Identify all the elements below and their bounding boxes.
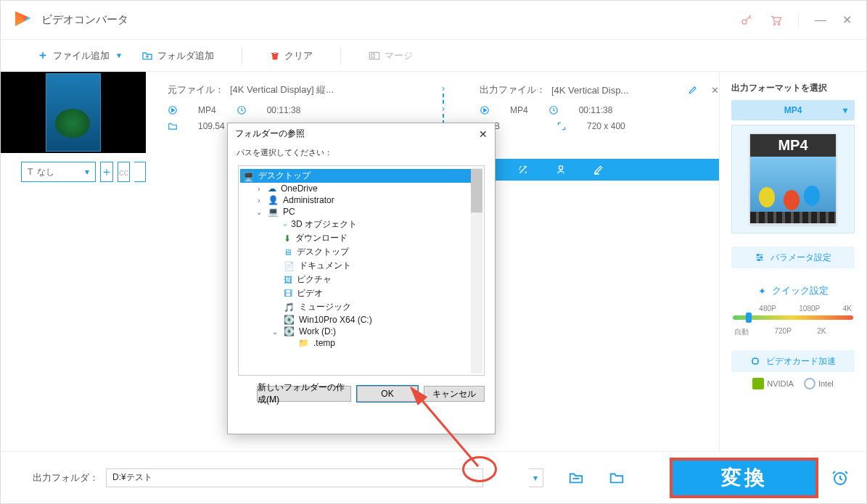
dialog-close-button[interactable]: ✕ <box>479 128 488 140</box>
ok-button[interactable]: OK <box>357 386 418 402</box>
svg-point-1 <box>773 23 775 25</box>
quick-top-labels: . 480P 1080P 4K <box>731 305 855 313</box>
format-dropdown[interactable]: MP4 ▾ <box>731 100 855 120</box>
tree-item-temp[interactable]: 📁.temp <box>240 337 482 349</box>
add-subtitle-button[interactable]: ＋ <box>100 162 113 182</box>
subtitle-value: なし <box>37 166 54 178</box>
output-path-value: D:¥テスト <box>112 471 152 484</box>
output-label: 出力ファイル： <box>480 83 546 96</box>
arrow-right-icon: › <box>442 104 445 114</box>
video-thumbnail[interactable] <box>1 72 146 153</box>
output-filename: [4K Vertical Disp... <box>551 85 628 96</box>
svg-point-12 <box>757 254 759 255</box>
scrollbar[interactable] <box>471 168 482 373</box>
effects-icon[interactable] <box>517 164 529 175</box>
tree-item-music[interactable]: 🎵ミュージック <box>240 300 482 314</box>
source-duration: 00:11:38 <box>267 105 301 115</box>
output-format: MP4 <box>510 105 528 115</box>
resolution-icon <box>556 121 567 131</box>
open-folder-icon[interactable] <box>609 471 625 485</box>
svg-point-11 <box>559 166 562 170</box>
output-path-field[interactable]: D:¥テスト <box>106 468 483 487</box>
chevron-down-icon: ▾ <box>843 105 847 115</box>
chevron-down-icon: ▾ <box>85 167 89 177</box>
edit-icon[interactable] <box>688 85 698 96</box>
chevron-down-icon[interactable]: ▼ <box>115 51 123 59</box>
merge-button[interactable]: マージ <box>364 46 417 65</box>
svg-marker-6 <box>172 109 175 112</box>
tree-item-downloads[interactable]: ⬇ダウンロード <box>240 231 482 245</box>
extra-button[interactable] <box>134 162 146 182</box>
add-file-button[interactable]: ＋ ファイル追加 ▼ <box>33 45 130 66</box>
tree-item-3dobjects[interactable]: ▫3D オブジェクト <box>240 218 482 231</box>
svg-rect-4 <box>371 54 374 57</box>
merge-icon <box>369 51 380 61</box>
format-card-label: MP4 <box>750 134 836 157</box>
minimize-button[interactable]: — <box>815 14 826 27</box>
convert-button[interactable]: 変換 <box>670 458 818 498</box>
output-duration: 00:11:38 <box>579 105 613 115</box>
quick-settings-label: ✦ クイック設定 <box>731 284 855 297</box>
footer: 出力フォルダ： D:¥テスト ▾ 変換 <box>1 451 866 503</box>
tree-item-ddrive[interactable]: ⌄💽Work (D:) <box>240 326 482 337</box>
svg-point-2 <box>778 23 779 25</box>
tree-item-pictures[interactable]: 🖼ピクチャ <box>240 273 482 286</box>
tree-item-cdrive[interactable]: 💽Win10Pro X64 (C:) <box>240 314 482 326</box>
app-logo-icon <box>15 12 33 29</box>
source-format: MP4 <box>198 105 216 115</box>
browse-folder-icon[interactable] <box>568 471 584 485</box>
tree-item-onedrive[interactable]: ›☁OneDrive <box>240 183 482 194</box>
arrow-right-icon: › <box>442 83 445 94</box>
cc-button[interactable]: cc <box>118 162 130 182</box>
clock-icon <box>237 105 247 115</box>
cart-icon[interactable] <box>769 14 782 27</box>
svg-marker-9 <box>484 109 487 112</box>
tree-item-videos[interactable]: 🎞ビデオ <box>240 286 482 300</box>
quality-slider[interactable] <box>733 315 853 320</box>
source-label: 元ファイル： <box>168 83 224 96</box>
subtitle-select[interactable]: T なし ▾ <box>21 162 96 182</box>
tree-item-admin[interactable]: ›👤Administrator <box>240 194 482 206</box>
alarm-icon[interactable] <box>831 469 849 487</box>
format-icon <box>480 105 490 115</box>
nvidia-badge: NVIDIA <box>752 378 794 389</box>
watermark-icon[interactable] <box>555 164 567 175</box>
quick-bottom-labels: 自動 720P 2K <box>731 327 855 337</box>
close-button[interactable]: ✕ <box>842 13 852 27</box>
app-title: ビデオコンバータ <box>41 13 128 27</box>
clear-label: クリア <box>284 49 313 62</box>
clear-button[interactable]: クリア <box>266 46 317 65</box>
folder-tree[interactable]: 🖥️デスクトップ ›☁OneDrive ›👤Administrator ⌄💻PC… <box>238 165 485 376</box>
dialog-subtitle: パスを選択してください： <box>228 144 495 165</box>
remove-icon[interactable]: ✕ <box>711 85 719 96</box>
svg-point-14 <box>758 259 760 260</box>
param-label: パラメータ設定 <box>771 252 831 264</box>
add-folder-label: フォルダ追加 <box>157 49 214 62</box>
tree-item-documents[interactable]: 📄ドキュメント <box>240 259 482 273</box>
output-path-dropdown[interactable]: ▾ <box>529 468 543 487</box>
subtitle-edit-icon[interactable] <box>593 164 604 175</box>
parameter-settings-button[interactable]: パラメータ設定 <box>731 247 855 268</box>
plus-icon: ＋ <box>37 48 49 63</box>
dialog-title: フォルダーの参照 <box>235 128 305 140</box>
add-folder-button[interactable]: フォルダ追加 <box>137 46 218 65</box>
tree-item-desktop2[interactable]: 🖥デスクトップ <box>240 245 482 259</box>
svg-point-0 <box>742 20 747 24</box>
toolbar: ＋ ファイル追加 ▼ フォルダ追加 クリア マージ <box>1 40 866 72</box>
clock-icon <box>548 105 559 115</box>
tree-item-pc[interactable]: ⌄💻PC <box>240 206 482 218</box>
svg-rect-15 <box>753 359 758 364</box>
tree-item-desktop[interactable]: 🖥️デスクトップ <box>240 169 482 183</box>
key-icon[interactable] <box>740 14 753 27</box>
format-preview: MP4 <box>731 125 855 234</box>
trash-icon <box>270 50 280 62</box>
folder-icon <box>168 122 178 131</box>
new-folder-button[interactable]: 新しいフォルダーの作成(M) <box>257 386 351 402</box>
gpu-accel-button[interactable]: ビデオカード加速 <box>731 350 855 372</box>
cancel-button[interactable]: キャンセル <box>424 386 485 402</box>
folder-plus-icon <box>141 51 153 61</box>
format-section-title: 出力フォーマットを選択 <box>731 82 855 94</box>
source-filename: [4K Vertical Display] 縦... <box>230 83 334 96</box>
add-file-label: ファイル追加 <box>53 49 110 62</box>
merge-label: マージ <box>385 49 413 62</box>
